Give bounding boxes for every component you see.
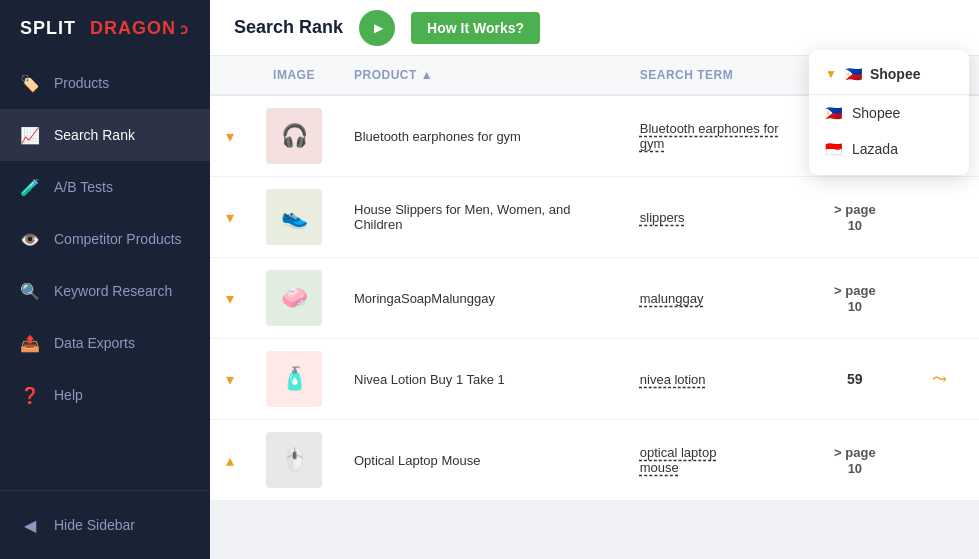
hide-sidebar-button[interactable]: ◀ Hide Sidebar <box>20 507 190 543</box>
search-rank-icon: 📈 <box>20 125 40 145</box>
logo-cursor: ↄ <box>180 21 189 37</box>
trend-2 <box>899 177 979 258</box>
sidebar-item-label: Keyword Research <box>54 283 172 299</box>
sidebar-item-ab-tests[interactable]: 🧪 A/B Tests <box>0 161 210 213</box>
sidebar-item-competitor-products[interactable]: 👁️ Competitor Products <box>0 213 210 265</box>
chevron-down-icon: ▾ <box>226 371 234 388</box>
help-icon: ❓ <box>20 385 40 405</box>
row-expand-5[interactable]: ▴ <box>210 420 250 501</box>
ab-tests-icon: 🧪 <box>20 177 40 197</box>
sidebar-item-label: Help <box>54 387 83 403</box>
product-name-5: Optical Laptop Mouse <box>338 420 624 501</box>
sidebar-bottom: ◀ Hide Sidebar <box>0 490 210 559</box>
trend-5 <box>899 420 979 501</box>
logo: SPLIT DRAGON ↄ <box>0 0 210 57</box>
search-term-5: optical laptopmouse <box>624 420 811 501</box>
product-thumbnail: 👟 <box>266 189 322 245</box>
col-product[interactable]: PRODUCT ▲ <box>338 56 624 95</box>
how-it-works-button[interactable]: How It Works? <box>411 12 540 44</box>
col-expand <box>210 56 250 95</box>
dropdown-header-label: Shopee <box>870 66 921 82</box>
lazada-flag-icon: 🇮🇩 <box>825 141 842 157</box>
product-thumbnail: 🧼 <box>266 270 322 326</box>
sidebar: SPLIT DRAGON ↄ 🏷️ Products 📈 Search Rank… <box>0 0 210 559</box>
chevron-down-icon: ▾ <box>226 209 234 226</box>
shopee-flag-icon: 🇵🇭 <box>825 105 842 121</box>
trend-arrow-icon: ⤳ <box>932 369 947 389</box>
product-name-4: Nivea Lotion Buy 1 Take 1 <box>338 339 624 420</box>
product-image-4: 🧴 <box>250 339 338 420</box>
product-name-3: MoringaSoapMalunggay <box>338 258 624 339</box>
sidebar-item-search-rank[interactable]: 📈 Search Rank <box>0 109 210 161</box>
chevron-down-icon: ▾ <box>226 128 234 145</box>
dropdown-item-shopee[interactable]: 🇵🇭 Shopee <box>809 95 969 131</box>
sidebar-item-label: Competitor Products <box>54 231 182 247</box>
rank-5: > page 10 <box>811 420 899 501</box>
product-thumbnail: 🖱️ <box>266 432 322 488</box>
product-name-2: House Slippers for Men, Women, and Child… <box>338 177 624 258</box>
col-image: IMAGE <box>250 56 338 95</box>
sidebar-item-products[interactable]: 🏷️ Products <box>0 57 210 109</box>
table-row: ▾ 🧼 MoringaSoapMalunggay malunggay > pag… <box>210 258 979 339</box>
hide-sidebar-label: Hide Sidebar <box>54 517 135 533</box>
logo-dragon: DRAGON <box>90 18 176 39</box>
platform-dropdown: ▼ 🇵🇭 Shopee 🇵🇭 Shopee 🇮🇩 Lazada <box>809 50 969 175</box>
sidebar-item-keyword-research[interactable]: 🔍 Keyword Research <box>0 265 210 317</box>
product-image-1: 🎧 <box>250 95 338 177</box>
row-expand-3[interactable]: ▾ <box>210 258 250 339</box>
products-icon: 🏷️ <box>20 73 40 93</box>
rank-4: 59 <box>811 339 899 420</box>
table-row: ▴ 🖱️ Optical Laptop Mouse optical laptop… <box>210 420 979 501</box>
sidebar-item-label: Products <box>54 75 109 91</box>
col-search-term: SEARCH TERM <box>624 56 811 95</box>
dropdown-flag-ph: 🇵🇭 <box>845 66 862 82</box>
play-button[interactable] <box>359 10 395 46</box>
competitor-icon: 👁️ <box>20 229 40 249</box>
chevron-up-icon: ▴ <box>226 452 234 469</box>
header: Search Rank How It Works? ▼ 🇵🇭 Shopee 🇵🇭… <box>210 0 979 56</box>
product-image-5: 🖱️ <box>250 420 338 501</box>
hide-sidebar-icon: ◀ <box>20 515 40 535</box>
logo-split: SPLIT <box>20 18 76 39</box>
sidebar-item-help[interactable]: ❓ Help <box>0 369 210 421</box>
search-term-1: Bluetooth earphones for gym <box>624 95 811 177</box>
dropdown-item-lazada[interactable]: 🇮🇩 Lazada <box>809 131 969 167</box>
chevron-down-icon: ▾ <box>226 290 234 307</box>
lazada-label: Lazada <box>852 141 898 157</box>
product-thumbnail: 🎧 <box>266 108 322 164</box>
trend-3 <box>899 258 979 339</box>
search-term-2: slippers <box>624 177 811 258</box>
sidebar-item-label: Data Exports <box>54 335 135 351</box>
sidebar-item-label: A/B Tests <box>54 179 113 195</box>
page-title: Search Rank <box>234 17 343 38</box>
row-expand-4[interactable]: ▾ <box>210 339 250 420</box>
main-content: Search Rank How It Works? ▼ 🇵🇭 Shopee 🇵🇭… <box>210 0 979 559</box>
table-row: ▾ 🧴 Nivea Lotion Buy 1 Take 1 nivea loti… <box>210 339 979 420</box>
sidebar-item-label: Search Rank <box>54 127 135 143</box>
search-term-3: malunggay <box>624 258 811 339</box>
dropdown-flag-orange: ▼ <box>825 67 837 81</box>
product-image-2: 👟 <box>250 177 338 258</box>
table-row: ▾ 👟 House Slippers for Men, Women, and C… <box>210 177 979 258</box>
product-image-3: 🧼 <box>250 258 338 339</box>
rank-2: > page 10 <box>811 177 899 258</box>
shopee-label: Shopee <box>852 105 900 121</box>
sidebar-nav: 🏷️ Products 📈 Search Rank 🧪 A/B Tests 👁️… <box>0 57 210 490</box>
product-thumbnail: 🧴 <box>266 351 322 407</box>
trend-4: ⤳ <box>899 339 979 420</box>
row-expand-2[interactable]: ▾ <box>210 177 250 258</box>
exports-icon: 📤 <box>20 333 40 353</box>
dropdown-header[interactable]: ▼ 🇵🇭 Shopee <box>809 58 969 95</box>
keyword-icon: 🔍 <box>20 281 40 301</box>
row-expand-1[interactable]: ▾ <box>210 95 250 177</box>
sidebar-item-data-exports[interactable]: 📤 Data Exports <box>0 317 210 369</box>
rank-3: > page 10 <box>811 258 899 339</box>
product-name-1: Bluetooth earphones for gym <box>338 95 624 177</box>
search-term-4: nivea lotion <box>624 339 811 420</box>
